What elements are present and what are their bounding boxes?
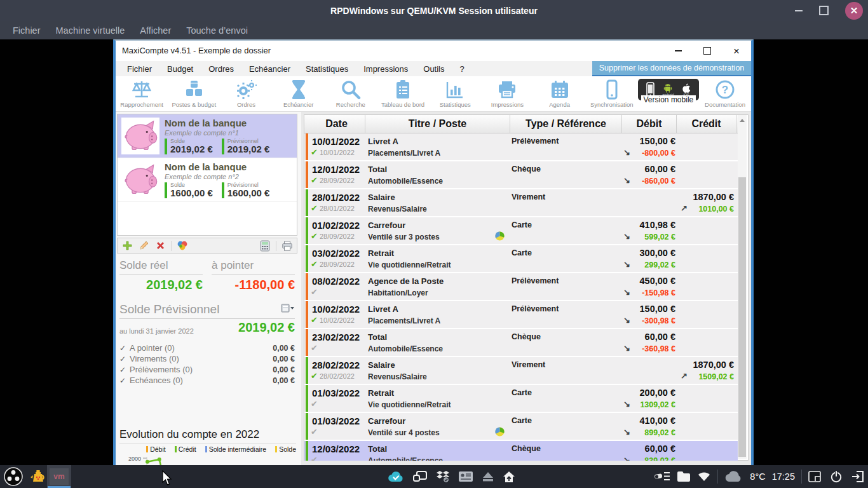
delete-icon[interactable] [154, 240, 166, 252]
toolbar-item-ordres[interactable]: Ordres [220, 76, 272, 111]
table-row-10[interactable]: 01/03/2022✔RetraitVie quotidienne/Retrai… [304, 385, 738, 412]
apple-icon: iOS [682, 83, 691, 96]
column-header-4[interactable]: Crédit [677, 115, 736, 133]
app-menu-item-7[interactable]: ? [452, 64, 472, 74]
app-menu-item-1[interactable]: Budget [159, 64, 201, 74]
close-icon[interactable]: ✕ [845, 2, 863, 20]
toolbar-label: Impressions [491, 101, 524, 108]
column-header-1[interactable]: Titre / Poste [365, 115, 510, 133]
row-pointed: ✔ [311, 456, 318, 461]
row-poste: Ventilé sur 4 postes [368, 428, 440, 437]
account-solde: Solde2019,02 € [165, 139, 213, 154]
launcher-icon[interactable] [4, 467, 23, 486]
scale-icon [131, 79, 153, 100]
toolbar-item-tableau-de-bord[interactable]: Tableau de bord [377, 76, 429, 111]
vm-menu-item-1[interactable]: Machine virtuelle [50, 24, 132, 37]
clock[interactable]: 17:25 [772, 471, 795, 482]
logout-icon[interactable] [851, 471, 864, 482]
table-row-1[interactable]: 10/01/2022✔10/01/2022Livret APlacements/… [304, 133, 738, 160]
app-menu-item-4[interactable]: Statistiques [298, 64, 356, 74]
edit-icon[interactable] [138, 240, 149, 252]
close-icon[interactable]: × [722, 41, 751, 61]
mouse-cursor [161, 470, 173, 487]
calendar-icon [549, 79, 571, 100]
kettle-icon[interactable] [29, 468, 47, 485]
temperature: 8°C [750, 471, 765, 482]
row-status-bar [306, 441, 308, 461]
app-menu-item-6[interactable]: Outils [416, 64, 452, 74]
debit-amount: 300,00 € [621, 248, 675, 258]
column-header-0[interactable]: Date [308, 115, 365, 133]
row-balance: -800,00 € [621, 149, 675, 158]
displays-icon[interactable] [412, 470, 428, 483]
power-icon[interactable] [830, 470, 843, 483]
table-row-2[interactable]: 12/01/2022✔28/09/2022TotalAutomobile/Ess… [304, 161, 738, 188]
toolbar-item-rapprochement[interactable]: Rapprochement [116, 76, 168, 111]
vm-menu-item-0[interactable]: Fichier [6, 24, 47, 37]
table-row-8[interactable]: 23/02/2022✔TotalAutomobile/EssenceChèque… [304, 329, 738, 356]
vm-menu-item-2[interactable]: Afficher [133, 24, 177, 37]
toolbar-item-synchronisation[interactable]: Synchronisation [586, 76, 638, 111]
calculator-icon[interactable] [259, 240, 271, 252]
account-previsionnel: Prévisionnel2019,02 € [222, 139, 270, 154]
toolbar-item-impressions[interactable]: Impressions [481, 76, 533, 111]
checklist-label: Echéances (0) [130, 376, 273, 385]
delete-demo-data-button[interactable]: Supprimer les données de démonstration [592, 61, 751, 76]
categories-icon[interactable] [177, 240, 188, 252]
table-row-12[interactable]: 12/03/2022✔TotalAutomobile/EssenceChèque… [304, 441, 738, 461]
app-menu-item-3[interactable]: Echéancier [241, 64, 298, 74]
table-row-6[interactable]: 08/02/2022✔Agence de la PosteHabitation/… [304, 273, 738, 300]
toolbar-item-version-mobile[interactable]: androidiOSVersion mobile [638, 76, 699, 111]
taskbar-task-vm[interactable]: vm [47, 465, 71, 488]
add-icon[interactable] [121, 240, 133, 252]
table-row-4[interactable]: 01/02/2022✔28/09/2022CarrefourVentilé su… [304, 217, 738, 244]
legend-label: Solde intermédiaire [209, 445, 266, 453]
maximize-icon[interactable] [693, 41, 722, 61]
cloud-check-icon[interactable] [388, 470, 404, 483]
card-icon[interactable] [458, 471, 473, 482]
toolbar-item-postes-budget[interactable]: Postes & budget [168, 76, 220, 111]
column-header-3[interactable]: Débit [622, 115, 677, 133]
toolbar-item-recherche[interactable]: Recherche [325, 76, 377, 111]
eject-icon[interactable] [482, 471, 494, 482]
checklist-item-2[interactable]: ✓Prélèvements (0)0,00 € [119, 364, 295, 375]
account-item-1[interactable]: Nom de la banqueExemple de compte n°1Sol… [118, 114, 297, 158]
toolbar-item-documentation[interactable]: ?Documentation [699, 76, 751, 111]
pointed-check-icon: ✔ [311, 344, 318, 352]
app-menu-item-0[interactable]: Fichier [119, 64, 159, 74]
scroll-up-icon[interactable] [738, 115, 747, 125]
table-row-5[interactable]: 03/02/2022✔28/09/2022RetraitVie quotidie… [304, 245, 738, 272]
vm-menu-item-3[interactable]: Touche d’envoi [180, 24, 254, 37]
screen-icon[interactable] [808, 471, 821, 482]
evolution-chart: Evolution du compte en 2022 DébitCréditS… [119, 428, 296, 465]
app-titlebar[interactable]: MaxiCompte v4.51 - Exemple de dossier × [116, 41, 751, 61]
row-title: Livret A [368, 304, 398, 314]
calendar-dropdown-icon[interactable] [281, 304, 295, 315]
column-header-2[interactable]: Type / Référence [510, 115, 622, 133]
maximize-icon[interactable] [819, 6, 829, 15]
table-row-7[interactable]: 10/02/2022✔10/02/2022Livret APlacements/… [304, 301, 738, 328]
folder-icon[interactable] [677, 471, 691, 482]
pill-menu-icon[interactable] [654, 470, 670, 483]
checklist-item-0[interactable]: ✓A pointer (0)0,00 € [119, 342, 295, 353]
home-upload-icon[interactable] [503, 471, 515, 483]
row-pointed: ✔10/01/2022 [311, 149, 355, 156]
table-scrollbar[interactable] [738, 115, 747, 459]
toolbar-item-statistiques[interactable]: Statistiques [429, 76, 481, 111]
checklist-item-3[interactable]: ✓Echéances (0)0,00 € [119, 375, 295, 386]
app-menu-item-2[interactable]: Ordres [201, 64, 241, 74]
account-item-2[interactable]: Nom de la banqueExemple de compte n°2Sol… [118, 158, 297, 202]
dropbox-icon[interactable] [436, 470, 450, 483]
toolbar-item-agenda[interactable]: Agenda [534, 76, 586, 111]
checklist-item-1[interactable]: ✓Virements (0)0,00 € [119, 353, 295, 364]
scrollbar-thumb[interactable] [738, 177, 746, 457]
minimize-icon[interactable] [663, 41, 693, 61]
print-icon[interactable] [281, 240, 293, 252]
toolbar-item-ech-ancier[interactable]: Echéancier [273, 76, 325, 111]
table-row-3[interactable]: 28/01/2022✔28/01/2022SalaireRevenus/Sala… [304, 189, 738, 216]
minimize-icon[interactable] [795, 10, 803, 11]
app-menu-item-5[interactable]: Impressions [356, 64, 416, 74]
wifi-icon[interactable] [697, 471, 711, 482]
table-row-11[interactable]: 01/03/2022✔CarrefourVentilé sur 4 postes… [304, 413, 738, 440]
table-row-9[interactable]: 28/02/2022✔28/02/2022SalaireRevenus/Sala… [304, 357, 738, 384]
